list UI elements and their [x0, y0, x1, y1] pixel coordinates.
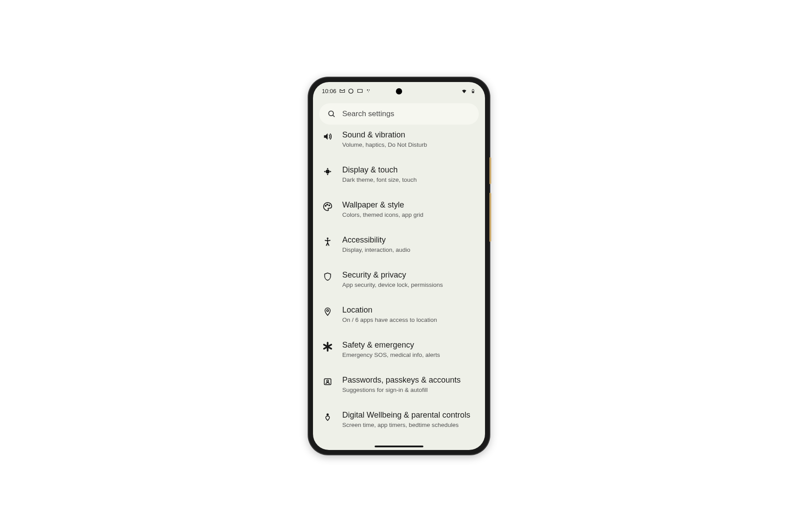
svg-point-12: [327, 204, 328, 205]
item-text: Wallpaper & style Colors, themed icons, …: [342, 200, 475, 219]
account-icon: [323, 377, 332, 387]
item-text: Location On / 6 apps have access to loca…: [342, 305, 475, 324]
item-subtitle: Volume, haptics, Do Not Disturb: [342, 141, 475, 149]
svg-point-11: [325, 205, 326, 206]
wifi-icon: [461, 88, 467, 94]
svg-rect-1: [357, 90, 362, 93]
search-icon: [327, 110, 336, 118]
item-title: Location: [342, 305, 475, 315]
item-subtitle: Emergency SOS, medical info, alerts: [342, 351, 475, 359]
item-subtitle: Suggestions for sign-in & autofill: [342, 386, 475, 394]
item-subtitle: Display, interaction, audio: [342, 246, 475, 254]
svg-point-8: [329, 111, 333, 116]
status-left: 10:06: [322, 88, 372, 94]
item-title: Accessibility: [342, 235, 475, 245]
svg-point-4: [368, 91, 369, 92]
camera-notch: [396, 88, 402, 94]
item-title: Digital Wellbeing & parental controls: [342, 410, 475, 420]
item-subtitle: On / 6 apps have access to location: [342, 316, 475, 324]
settings-item-security[interactable]: Security & privacy App security, device …: [313, 262, 485, 297]
nav-indicator[interactable]: [375, 446, 423, 447]
item-title: Sound & vibration: [342, 130, 475, 140]
search-bar[interactable]: Search settings: [319, 103, 479, 125]
svg-point-15: [327, 309, 329, 311]
item-text: Digital Wellbeing & parental controls Sc…: [342, 410, 475, 429]
phone-frame: 10:06: [309, 78, 489, 454]
svg-point-2: [367, 90, 368, 91]
volume-icon: [323, 132, 332, 141]
item-title: Safety & emergency: [342, 340, 475, 350]
svg-point-14: [327, 238, 329, 239]
circle-icon: [348, 88, 354, 94]
location-icon: [323, 307, 332, 317]
battery-icon: [470, 88, 476, 94]
asterisk-icon: [323, 342, 332, 352]
svg-point-10: [326, 170, 329, 173]
item-subtitle: Dark theme, font size, touch: [342, 176, 475, 184]
item-text: Display & touch Dark theme, font size, t…: [342, 165, 475, 184]
svg-rect-6: [473, 91, 474, 93]
item-title: Security & privacy: [342, 270, 475, 280]
rectangle-icon: [357, 88, 363, 94]
svg-point-13: [329, 205, 330, 206]
status-time: 10:06: [322, 88, 336, 94]
search-container: Search settings: [313, 100, 485, 127]
settings-item-wallpaper[interactable]: Wallpaper & style Colors, themed icons, …: [313, 192, 485, 227]
item-subtitle: Screen time, app timers, bedtime schedul…: [342, 421, 475, 429]
item-title: Wallpaper & style: [342, 200, 475, 210]
item-text: Safety & emergency Emergency SOS, medica…: [342, 340, 475, 359]
dots-icon: [366, 88, 372, 94]
accessibility-icon: [323, 237, 332, 246]
item-text: Passwords, passkeys & accounts Suggestio…: [342, 375, 475, 394]
shield-icon: [323, 272, 332, 282]
settings-list[interactable]: Sound & vibration Volume, haptics, Do No…: [313, 127, 485, 437]
settings-item-accessibility[interactable]: Accessibility Display, interaction, audi…: [313, 227, 485, 262]
wellbeing-icon: [323, 412, 332, 422]
search-placeholder: Search settings: [342, 110, 394, 118]
settings-item-display[interactable]: Display & touch Dark theme, font size, t…: [313, 157, 485, 192]
settings-item-safety[interactable]: Safety & emergency Emergency SOS, medica…: [313, 332, 485, 367]
settings-item-sound[interactable]: Sound & vibration Volume, haptics, Do No…: [313, 127, 485, 157]
svg-line-9: [333, 115, 335, 117]
gmail-icon: [339, 88, 345, 94]
svg-point-17: [327, 380, 329, 382]
svg-point-18: [327, 414, 328, 415]
screen: 10:06: [313, 82, 485, 450]
item-title: Passwords, passkeys & accounts: [342, 375, 475, 385]
palette-icon: [323, 202, 332, 211]
settings-item-passwords[interactable]: Passwords, passkeys & accounts Suggestio…: [313, 367, 485, 402]
item-text: Sound & vibration Volume, haptics, Do No…: [342, 130, 475, 149]
item-text: Security & privacy App security, device …: [342, 270, 475, 289]
brightness-icon: [323, 167, 332, 176]
item-text: Accessibility Display, interaction, audi…: [342, 235, 475, 254]
item-subtitle: Colors, themed icons, app grid: [342, 211, 475, 219]
svg-point-3: [369, 90, 370, 90]
item-title: Display & touch: [342, 165, 475, 175]
svg-point-0: [349, 89, 353, 93]
settings-item-wellbeing[interactable]: Digital Wellbeing & parental controls Sc…: [313, 402, 485, 437]
settings-item-location[interactable]: Location On / 6 apps have access to loca…: [313, 297, 485, 332]
status-right: [461, 88, 476, 94]
item-subtitle: App security, device lock, permissions: [342, 281, 475, 289]
